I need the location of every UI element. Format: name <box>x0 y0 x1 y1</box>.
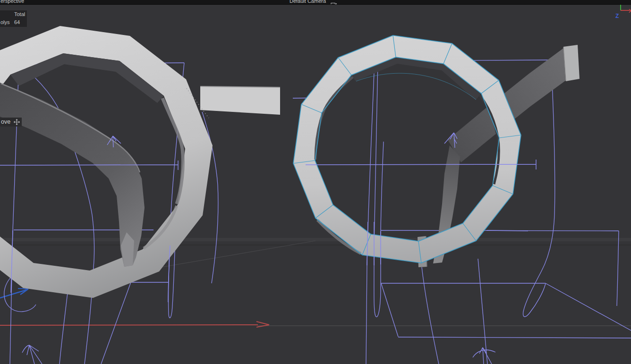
camera-menu-label[interactable]: Default Camera <box>290 0 326 4</box>
spline-direction-arrow <box>473 347 495 364</box>
nose-bridge[interactable] <box>200 86 280 115</box>
x-axis-arrowhead <box>256 322 269 327</box>
spline-direction-arrow <box>22 345 42 364</box>
stats-header: Total <box>14 10 27 18</box>
right-lens-ring-selected[interactable] <box>293 35 521 263</box>
viewport-menu-label[interactable]: erspective <box>0 0 24 4</box>
x-axis-line <box>0 325 258 325</box>
stats-row-label: olys <box>0 18 14 26</box>
poly-count-panel: Total olys 64 <box>0 10 27 27</box>
move-tool-hint: ove <box>0 118 22 127</box>
camera-icon[interactable] <box>331 0 337 5</box>
horizon-band <box>0 238 631 241</box>
move-icon <box>13 119 20 126</box>
stats-row-value: 64 <box>14 18 27 26</box>
move-tool-label: ove <box>0 119 10 125</box>
temple-arm-endcap <box>563 45 580 81</box>
stats-header-row: Total <box>0 10 27 18</box>
stats-row: olys 64 <box>0 18 27 26</box>
bridge-mesh[interactable] <box>200 86 280 115</box>
gizmo-x-label: X <box>629 8 631 14</box>
world-axes <box>0 288 269 327</box>
modeling-app-viewport[interactable]: X Z erspective Default Camera Total olys… <box>0 0 631 364</box>
wireframe-right-lens-cage <box>293 60 631 364</box>
left-measure-line <box>0 161 178 170</box>
viewport-3d-canvas[interactable]: X Z <box>0 0 631 364</box>
gizmo-z-label: Z <box>615 13 619 19</box>
viewport-header-bar: erspective Default Camera <box>0 0 631 5</box>
